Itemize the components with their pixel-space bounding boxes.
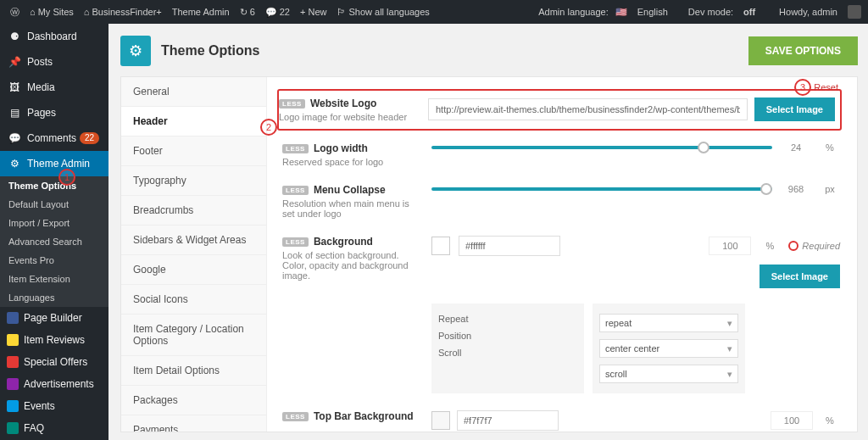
color-icon bbox=[7, 356, 19, 368]
reset-link[interactable]: Reset bbox=[814, 82, 838, 92]
sidebar-item[interactable]: Events bbox=[0, 395, 108, 417]
devmode-label: Dev mode: bbox=[688, 7, 733, 17]
sidebar-subitem[interactable]: Advanced Search bbox=[0, 232, 108, 251]
required-indicator: Required bbox=[788, 241, 840, 251]
bg-repeat-select[interactable]: repeat bbox=[599, 314, 738, 332]
admin-sidebar: ⚈Dashboard📌Posts🖾Media▤Pages💬Comments22 … bbox=[0, 24, 108, 440]
bg-scroll-select[interactable]: scroll bbox=[599, 365, 738, 383]
bg-color-swatch[interactable] bbox=[431, 237, 450, 255]
option-website-logo: LESSWebsite Logo Logo image for website … bbox=[277, 89, 842, 131]
color-icon bbox=[7, 422, 19, 434]
callout-1: 1 bbox=[58, 169, 75, 186]
sidebar-item[interactable]: 📌Posts bbox=[0, 49, 108, 75]
flag-icon: 🇺🇸 bbox=[615, 7, 627, 18]
bg-position-select[interactable]: center center bbox=[599, 339, 738, 358]
bg-color-input[interactable] bbox=[459, 236, 560, 256]
panel-nav-item[interactable]: Item Category / Location Options bbox=[121, 315, 266, 356]
callout-3: 3 bbox=[794, 79, 811, 96]
admin-lang-label: Admin language: bbox=[538, 7, 609, 17]
sidebar-item[interactable]: ⚈Dashboard bbox=[0, 24, 108, 49]
panel-nav-item[interactable]: Social Icons bbox=[121, 285, 266, 315]
logo-width-slider[interactable] bbox=[431, 146, 772, 149]
less-tag: LESS bbox=[279, 99, 305, 109]
color-icon bbox=[7, 334, 19, 346]
option-topbar-bg: LESSTop Bar Background % bbox=[282, 402, 840, 432]
logo-width-value: 24 bbox=[779, 142, 813, 153]
mysites-link[interactable]: ⌂ My Sites bbox=[26, 7, 77, 17]
updates-link[interactable]: ↻ 6 bbox=[236, 7, 259, 18]
panel-nav-item[interactable]: General bbox=[121, 77, 266, 107]
option-logo-width: LESSLogo width Reserved space for logo 2… bbox=[282, 134, 840, 175]
sidebar-item[interactable]: 🖾Media bbox=[0, 75, 108, 100]
topbar-bg-swatch[interactable] bbox=[431, 411, 450, 430]
panel-nav-item[interactable]: Payments bbox=[121, 415, 266, 432]
bg-select-image-button[interactable]: Select Image bbox=[760, 265, 840, 288]
sidebar-item[interactable]: ▤Pages bbox=[0, 100, 108, 125]
panel-nav-item[interactable]: Item Detail Options bbox=[121, 356, 266, 386]
new-link[interactable]: + New bbox=[297, 7, 330, 17]
sidebar-item[interactable]: Page Builder bbox=[0, 307, 108, 329]
menu-collapse-slider[interactable] bbox=[431, 187, 772, 191]
sidebar-subitem[interactable]: Theme Options bbox=[0, 176, 108, 195]
option-background: LESSBackground Look of section backgroun… bbox=[282, 227, 840, 402]
sidebar-item[interactable]: Special Offers bbox=[0, 351, 108, 373]
required-icon bbox=[788, 241, 798, 251]
panel-nav-item[interactable]: Footer bbox=[121, 136, 266, 166]
option-menu-collapse: LESSMenu Collapse Resolution when main m… bbox=[282, 175, 840, 227]
save-options-button[interactable]: SAVE OPTIONS bbox=[748, 36, 858, 65]
themeadmin-link[interactable]: Theme Admin bbox=[169, 7, 233, 17]
sidebar-subitem[interactable]: Languages bbox=[0, 288, 108, 307]
gears-icon: ⚙ bbox=[120, 36, 151, 66]
sidebar-subitem[interactable]: Default Layout bbox=[0, 195, 108, 214]
content-area: ⚙ Theme Options SAVE OPTIONS GeneralHead… bbox=[108, 24, 868, 440]
sidebar-item-themeadmin[interactable]: ⚙ Theme Admin bbox=[0, 151, 108, 176]
devmode-toggle[interactable]: off bbox=[740, 7, 759, 17]
languages-link[interactable]: 🏳 Show all languages bbox=[333, 7, 432, 17]
sidebar-item[interactable]: Item Reviews bbox=[0, 329, 108, 351]
sidebar-subitem[interactable]: Import / Export bbox=[0, 214, 108, 232]
logo-url-input[interactable] bbox=[428, 98, 748, 120]
sidebar-item[interactable]: Advertisements bbox=[0, 373, 108, 395]
topbar-bg-input[interactable] bbox=[457, 410, 559, 431]
select-image-button[interactable]: Select Image bbox=[754, 97, 835, 121]
page-title: Theme Options bbox=[161, 43, 259, 58]
color-icon bbox=[7, 378, 19, 390]
callout-2: 2 bbox=[260, 119, 277, 136]
sidebar-item-label: Theme Admin bbox=[27, 158, 90, 170]
admin-topbar: ⓦ ⌂ My Sites ⌂ BusinessFinder+ Theme Adm… bbox=[0, 0, 868, 24]
panel-nav-item[interactable]: Packages bbox=[121, 386, 266, 415]
wp-logo[interactable]: ⓦ bbox=[7, 6, 23, 19]
color-icon bbox=[7, 312, 19, 324]
panel-nav-item[interactable]: Header bbox=[121, 107, 266, 136]
options-panel: GeneralHeaderFooterTypographyBreadcrumbs… bbox=[120, 76, 858, 432]
sidebar-item[interactable]: 💬Comments22 bbox=[0, 125, 108, 151]
panel-nav: GeneralHeaderFooterTypographyBreadcrumbs… bbox=[121, 77, 267, 432]
comments-link[interactable]: 💬 22 bbox=[262, 7, 293, 18]
sidebar-subitem[interactable]: Item Extension bbox=[0, 270, 108, 288]
bg-opacity-input[interactable] bbox=[709, 237, 751, 255]
panel-nav-item[interactable]: Sidebars & Widget Areas bbox=[121, 226, 266, 255]
sidebar-subitem[interactable]: Events Pro bbox=[0, 251, 108, 270]
howdy-link[interactable]: Howdy, admin bbox=[776, 7, 841, 17]
avatar-icon[interactable] bbox=[848, 5, 861, 19]
panel-body: Reset 3 LESSWebsite Logo Logo image for … bbox=[267, 77, 857, 432]
color-icon bbox=[7, 400, 19, 412]
panel-nav-item[interactable]: Breadcrumbs bbox=[121, 196, 266, 226]
sidebar-item[interactable]: FAQ bbox=[0, 417, 108, 439]
topbar-bg-opacity[interactable] bbox=[771, 411, 813, 430]
panel-nav-item[interactable]: Typography bbox=[121, 166, 266, 196]
site-link[interactable]: ⌂ BusinessFinder+ bbox=[81, 7, 165, 17]
panel-nav-item[interactable]: Google bbox=[121, 255, 266, 285]
admin-lang-value[interactable]: English bbox=[634, 7, 671, 17]
gear-icon: ⚙ bbox=[7, 156, 22, 171]
